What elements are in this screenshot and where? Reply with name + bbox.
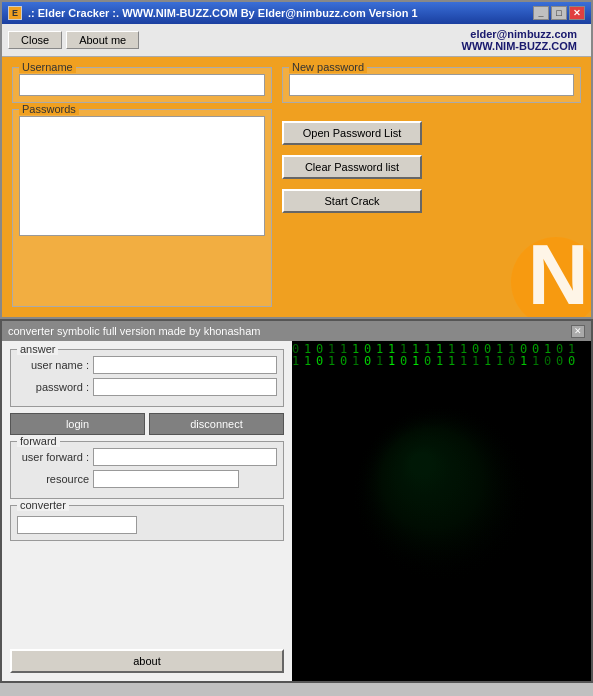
new-password-input[interactable]	[289, 74, 574, 96]
window-close-button[interactable]: ✕	[569, 6, 585, 20]
bottom-title-bar: converter symbolic full version made by …	[2, 321, 591, 341]
clear-password-list-button[interactable]: Clear Password list	[282, 155, 422, 179]
toolbar: Close About me elder@nimbuzz.com WWW.NIM…	[2, 24, 591, 57]
user-forward-input[interactable]	[93, 448, 277, 466]
answer-label: answer	[17, 343, 58, 355]
username-row: user name :	[17, 356, 277, 374]
passwords-group: Passwords	[12, 109, 272, 307]
start-crack-button[interactable]: Start Crack	[282, 189, 422, 213]
right-panel: New password Open Password List Clear Pa…	[282, 67, 581, 307]
username-label: Username	[19, 61, 76, 73]
converter-input[interactable]	[17, 516, 137, 534]
username-group: Username	[12, 67, 272, 103]
matrix-panel	[292, 341, 591, 681]
user-forward-row: user forward :	[17, 448, 277, 466]
about-me-button[interactable]: About me	[66, 31, 139, 49]
minimize-button[interactable]: _	[533, 6, 549, 20]
main-area: Username Passwords New password Open Pas…	[2, 57, 591, 317]
new-password-label: New password	[289, 61, 367, 73]
bottom-window: converter symbolic full version made by …	[0, 319, 593, 683]
login-button[interactable]: login	[10, 413, 145, 435]
passwords-label: Passwords	[19, 103, 79, 115]
bottom-content: answer user name : password : login disc…	[2, 341, 591, 681]
about-button[interactable]: about	[10, 649, 284, 673]
top-window-title: .: Elder Cracker :. WWW.NIM-BUZZ.COM By …	[28, 7, 418, 19]
website-info: WWW.NIM-BUZZ.COM	[462, 40, 577, 52]
bottom-username-input[interactable]	[93, 356, 277, 374]
converter-group: converter	[10, 505, 284, 541]
passwords-input[interactable]	[19, 116, 265, 236]
login-disconnect-group: login disconnect	[10, 413, 284, 435]
left-panel: Username Passwords	[12, 67, 272, 307]
bottom-left-panel: answer user name : password : login disc…	[2, 341, 292, 681]
forward-label: forward	[17, 435, 60, 447]
username-input[interactable]	[19, 74, 265, 96]
app-icon: E	[8, 6, 22, 20]
answer-group: answer user name : password :	[10, 349, 284, 407]
resource-label: resource	[17, 473, 89, 485]
window-controls: _ □ ✕	[533, 6, 585, 20]
top-window: E .: Elder Cracker :. WWW.NIM-BUZZ.COM B…	[0, 0, 593, 319]
bottom-password-input[interactable]	[93, 378, 277, 396]
matrix-canvas	[292, 341, 591, 681]
new-password-group: New password	[282, 67, 581, 103]
maximize-button[interactable]: □	[551, 6, 567, 20]
password-row: password :	[17, 378, 277, 396]
resource-input[interactable]	[93, 470, 239, 488]
about-btn-wrap: about	[10, 645, 284, 673]
disconnect-button[interactable]: disconnect	[149, 413, 284, 435]
bottom-window-controls: ✕	[571, 324, 585, 338]
converter-label: converter	[17, 499, 69, 511]
close-button[interactable]: Close	[8, 31, 62, 49]
bottom-window-title: converter symbolic full version made by …	[8, 325, 261, 337]
forward-group: forward user forward : resource	[10, 441, 284, 499]
password-label: password :	[17, 381, 89, 393]
contact-info: elder@nimbuzz.com WWW.NIM-BUZZ.COM	[462, 28, 585, 52]
resource-row: resource	[17, 470, 277, 488]
user-name-label: user name :	[17, 359, 89, 371]
bottom-close-button[interactable]: ✕	[571, 325, 585, 338]
top-title-bar: E .: Elder Cracker :. WWW.NIM-BUZZ.COM B…	[2, 2, 591, 24]
open-password-list-button[interactable]: Open Password List	[282, 121, 422, 145]
user-forward-label: user forward :	[17, 451, 89, 463]
email-info: elder@nimbuzz.com	[462, 28, 577, 40]
